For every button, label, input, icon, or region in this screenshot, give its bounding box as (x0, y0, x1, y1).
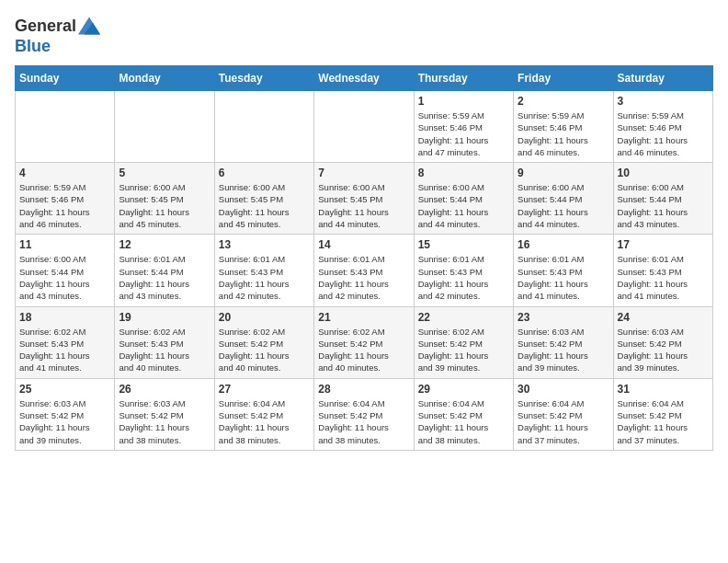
day-number: 23 (518, 311, 609, 324)
day-number: 18 (19, 311, 110, 324)
day-info: Sunrise: 6:00 AM Sunset: 5:45 PM Dayligh… (119, 181, 210, 230)
calendar-week-row: 1Sunrise: 5:59 AM Sunset: 5:46 PM Daylig… (16, 91, 713, 163)
calendar-cell: 26Sunrise: 6:03 AM Sunset: 5:42 PM Dayli… (115, 378, 214, 450)
day-info: Sunrise: 5:59 AM Sunset: 5:46 PM Dayligh… (618, 109, 709, 158)
calendar-week-row: 18Sunrise: 6:02 AM Sunset: 5:43 PM Dayli… (16, 306, 713, 378)
day-info: Sunrise: 6:00 AM Sunset: 5:45 PM Dayligh… (318, 181, 409, 230)
day-info: Sunrise: 6:01 AM Sunset: 5:43 PM Dayligh… (518, 253, 609, 302)
calendar-cell (115, 91, 214, 163)
calendar-cell (314, 91, 414, 163)
calendar-cell: 11Sunrise: 6:00 AM Sunset: 5:44 PM Dayli… (16, 235, 115, 306)
calendar-cell: 7Sunrise: 6:00 AM Sunset: 5:45 PM Daylig… (314, 163, 414, 235)
day-number: 11 (19, 238, 110, 251)
calendar-week-row: 4Sunrise: 5:59 AM Sunset: 5:46 PM Daylig… (16, 163, 713, 235)
day-info: Sunrise: 6:00 AM Sunset: 5:44 PM Dayligh… (19, 253, 110, 302)
weekday-header-wednesday: Wednesday (314, 66, 414, 91)
weekday-header-monday: Monday (115, 66, 214, 91)
day-number: 2 (518, 95, 609, 108)
day-number: 1 (418, 95, 509, 108)
day-number: 28 (318, 383, 409, 396)
day-number: 7 (318, 167, 409, 179)
day-number: 25 (19, 383, 110, 396)
day-number: 31 (618, 383, 709, 396)
day-info: Sunrise: 6:01 AM Sunset: 5:43 PM Dayligh… (318, 253, 409, 302)
calendar-cell: 30Sunrise: 6:04 AM Sunset: 5:42 PM Dayli… (514, 378, 613, 450)
calendar-cell: 13Sunrise: 6:01 AM Sunset: 5:43 PM Dayli… (214, 235, 313, 306)
day-info: Sunrise: 6:01 AM Sunset: 5:43 PM Dayligh… (418, 253, 509, 302)
day-number: 4 (19, 167, 110, 179)
weekday-header-tuesday: Tuesday (214, 66, 313, 91)
calendar-cell: 5Sunrise: 6:00 AM Sunset: 5:45 PM Daylig… (115, 163, 214, 235)
calendar-cell: 23Sunrise: 6:03 AM Sunset: 5:42 PM Dayli… (514, 306, 613, 378)
day-info: Sunrise: 6:00 AM Sunset: 5:45 PM Dayligh… (219, 181, 310, 230)
day-number: 29 (418, 383, 509, 396)
calendar-cell: 15Sunrise: 6:01 AM Sunset: 5:43 PM Dayli… (414, 235, 513, 306)
calendar-cell: 22Sunrise: 6:02 AM Sunset: 5:42 PM Dayli… (414, 306, 513, 378)
day-info: Sunrise: 6:01 AM Sunset: 5:43 PM Dayligh… (618, 253, 709, 302)
calendar-cell: 6Sunrise: 6:00 AM Sunset: 5:45 PM Daylig… (214, 163, 313, 235)
calendar-cell: 24Sunrise: 6:03 AM Sunset: 5:42 PM Dayli… (613, 306, 712, 378)
weekday-header-friday: Friday (514, 66, 613, 91)
day-info: Sunrise: 6:02 AM Sunset: 5:42 PM Dayligh… (318, 326, 409, 374)
calendar-cell (214, 91, 313, 163)
day-number: 22 (418, 311, 509, 324)
day-info: Sunrise: 6:03 AM Sunset: 5:42 PM Dayligh… (19, 397, 110, 446)
calendar-cell: 12Sunrise: 6:01 AM Sunset: 5:44 PM Dayli… (115, 235, 214, 306)
logo-blue-text: Blue (15, 37, 51, 56)
calendar-week-row: 25Sunrise: 6:03 AM Sunset: 5:42 PM Dayli… (16, 378, 713, 450)
day-info: Sunrise: 6:01 AM Sunset: 5:43 PM Dayligh… (219, 253, 310, 302)
day-number: 9 (518, 167, 609, 179)
day-info: Sunrise: 5:59 AM Sunset: 5:46 PM Dayligh… (418, 109, 509, 158)
day-info: Sunrise: 6:04 AM Sunset: 5:42 PM Dayligh… (518, 397, 609, 446)
calendar-cell: 20Sunrise: 6:02 AM Sunset: 5:42 PM Dayli… (214, 306, 313, 378)
day-number: 26 (119, 383, 210, 396)
logo-general-text: General (15, 17, 76, 36)
day-number: 16 (518, 238, 609, 251)
logo: General Blue (15, 15, 100, 56)
calendar-cell: 19Sunrise: 6:02 AM Sunset: 5:43 PM Dayli… (115, 306, 214, 378)
day-info: Sunrise: 6:02 AM Sunset: 5:43 PM Dayligh… (119, 326, 210, 374)
calendar-cell: 18Sunrise: 6:02 AM Sunset: 5:43 PM Dayli… (16, 306, 115, 378)
weekday-header-thursday: Thursday (414, 66, 513, 91)
day-number: 24 (618, 311, 709, 324)
day-number: 5 (119, 167, 210, 179)
day-number: 20 (219, 311, 310, 324)
day-number: 14 (318, 238, 409, 251)
day-info: Sunrise: 6:04 AM Sunset: 5:42 PM Dayligh… (219, 397, 310, 446)
day-number: 19 (119, 311, 210, 324)
day-number: 30 (518, 383, 609, 396)
calendar-cell: 16Sunrise: 6:01 AM Sunset: 5:43 PM Dayli… (514, 235, 613, 306)
calendar-cell: 10Sunrise: 6:00 AM Sunset: 5:44 PM Dayli… (613, 163, 712, 235)
day-info: Sunrise: 6:00 AM Sunset: 5:44 PM Dayligh… (418, 181, 509, 230)
page-header: General Blue (15, 15, 713, 56)
calendar-cell: 25Sunrise: 6:03 AM Sunset: 5:42 PM Dayli… (16, 378, 115, 450)
day-info: Sunrise: 6:04 AM Sunset: 5:42 PM Dayligh… (318, 397, 409, 446)
day-info: Sunrise: 6:02 AM Sunset: 5:43 PM Dayligh… (19, 326, 110, 374)
calendar-table: SundayMondayTuesdayWednesdayThursdayFrid… (15, 65, 713, 451)
day-number: 13 (219, 238, 310, 251)
day-info: Sunrise: 5:59 AM Sunset: 5:46 PM Dayligh… (518, 109, 609, 158)
calendar-cell (16, 91, 115, 163)
day-info: Sunrise: 6:00 AM Sunset: 5:44 PM Dayligh… (618, 181, 709, 230)
calendar-cell: 8Sunrise: 6:00 AM Sunset: 5:44 PM Daylig… (414, 163, 513, 235)
day-number: 12 (119, 238, 210, 251)
day-info: Sunrise: 6:03 AM Sunset: 5:42 PM Dayligh… (618, 326, 709, 374)
calendar-cell: 27Sunrise: 6:04 AM Sunset: 5:42 PM Dayli… (214, 378, 313, 450)
calendar-cell: 14Sunrise: 6:01 AM Sunset: 5:43 PM Dayli… (314, 235, 414, 306)
logo-icon (78, 15, 100, 37)
day-number: 10 (618, 167, 709, 179)
calendar-cell: 28Sunrise: 6:04 AM Sunset: 5:42 PM Dayli… (314, 378, 414, 450)
weekday-header-saturday: Saturday (613, 66, 712, 91)
calendar-cell: 4Sunrise: 5:59 AM Sunset: 5:46 PM Daylig… (16, 163, 115, 235)
calendar-cell: 31Sunrise: 6:04 AM Sunset: 5:42 PM Dayli… (613, 378, 712, 450)
day-info: Sunrise: 5:59 AM Sunset: 5:46 PM Dayligh… (19, 181, 110, 230)
calendar-cell: 21Sunrise: 6:02 AM Sunset: 5:42 PM Dayli… (314, 306, 414, 378)
day-number: 3 (618, 95, 709, 108)
weekday-header-sunday: Sunday (16, 66, 115, 91)
day-number: 21 (318, 311, 409, 324)
calendar-cell: 17Sunrise: 6:01 AM Sunset: 5:43 PM Dayli… (613, 235, 712, 306)
day-info: Sunrise: 6:03 AM Sunset: 5:42 PM Dayligh… (119, 397, 210, 446)
day-number: 27 (219, 383, 310, 396)
weekday-header-row: SundayMondayTuesdayWednesdayThursdayFrid… (16, 66, 713, 91)
day-info: Sunrise: 6:01 AM Sunset: 5:44 PM Dayligh… (119, 253, 210, 302)
